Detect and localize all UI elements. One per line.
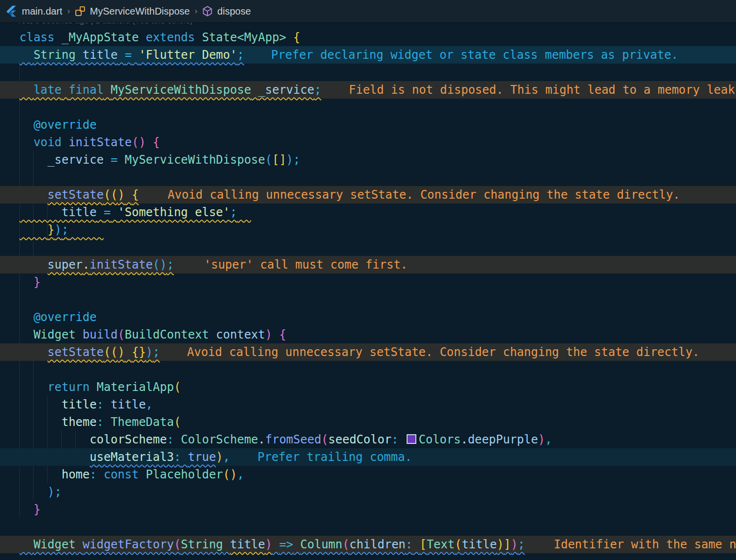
code-token: extends <box>146 31 195 44</box>
code-token: = <box>111 153 118 167</box>
code-token <box>54 31 61 44</box>
code-line[interactable]: setState(() {Avoid calling unnecessary s… <box>0 186 736 204</box>
code-token: setState <box>48 188 104 202</box>
code-line[interactable] <box>0 291 736 308</box>
code-token <box>62 83 68 97</box>
code-token: : <box>406 538 412 551</box>
code-line[interactable]: super.initState();'super' call must come… <box>0 256 736 273</box>
code-line[interactable]: @override <box>0 308 736 326</box>
code-line[interactable]: theme: ThemeData( <box>0 413 736 431</box>
code-token: seedColor <box>328 433 392 446</box>
code-token: ) <box>216 450 223 464</box>
code-token: {} <box>132 345 146 359</box>
code-token <box>19 83 34 97</box>
breadcrumb-class[interactable]: MyServiceWithDispose <box>90 6 190 17</box>
code-token: MaterialApp <box>97 380 174 394</box>
code-token <box>272 328 279 341</box>
code-token <box>181 450 188 464</box>
code-token: _service <box>48 153 104 167</box>
code-token: useMaterial3 <box>90 450 174 464</box>
code-token <box>19 328 34 341</box>
code-token <box>62 136 68 149</box>
code-line-text: class _MyAppState extends State<MyApp> { <box>19 29 300 46</box>
code-token: [] <box>272 153 286 167</box>
code-line-text: setState(() {}); <box>19 343 160 361</box>
code-line[interactable] <box>0 64 736 81</box>
code-editor[interactable]: class _MyAppState extends State<MyApp> {… <box>0 0 736 560</box>
code-token: ; <box>153 345 160 359</box>
code-line[interactable]: Widget build(BuildContext context) { <box>0 326 736 343</box>
code-line[interactable]: title: title, <box>0 396 736 413</box>
code-token: _service <box>258 83 314 97</box>
code-token: : <box>97 415 103 429</box>
code-token: ) <box>286 153 293 167</box>
code-token: () <box>132 136 146 149</box>
code-token <box>139 468 146 481</box>
code-token: ; <box>293 153 300 167</box>
code-token: . <box>258 433 265 446</box>
code-line[interactable] <box>0 99 736 116</box>
code-token: , <box>223 450 230 464</box>
code-line-text: colorScheme: ColorScheme.fromSeed(seedCo… <box>19 431 552 448</box>
breadcrumb-member[interactable]: dispose <box>217 6 251 17</box>
code-token: @override <box>34 118 97 132</box>
inline-diagnostic-hint: 'super' call must come first. <box>204 256 408 273</box>
code-line[interactable]: useMaterial3: true),Prefer trailing comm… <box>0 448 736 466</box>
code-token: (( <box>103 345 118 359</box>
code-token: setState <box>48 345 104 359</box>
code-line-text: @override <box>19 116 97 134</box>
code-token: ) <box>54 223 61 237</box>
code-line[interactable]: class _MyAppState extends State<MyApp> { <box>0 29 736 46</box>
code-token: initState <box>90 258 153 272</box>
code-line[interactable]: @override <box>0 116 736 134</box>
code-line[interactable]: Widget widgetFactory(String title) => Co… <box>0 536 736 553</box>
code-token <box>19 310 34 324</box>
code-token: (( <box>103 188 118 202</box>
code-token <box>19 188 48 202</box>
code-line[interactable]: home: const Placeholder(), <box>0 466 736 483</box>
code-token: Widget <box>34 328 76 341</box>
code-line[interactable]: } <box>0 501 736 518</box>
code-token <box>19 468 62 481</box>
code-line[interactable]: _service = MyServiceWithDispose([]); <box>0 151 736 169</box>
code-line[interactable]: String title = 'Flutter Demo';Prefer dec… <box>0 46 736 64</box>
code-token <box>286 31 293 44</box>
code-token: ColorScheme <box>181 433 258 446</box>
color-preview-swatch[interactable] <box>407 434 416 444</box>
code-token: ) <box>118 188 124 202</box>
code-line[interactable]: ); <box>0 483 736 501</box>
code-token <box>19 415 62 429</box>
code-line[interactable] <box>0 518 736 536</box>
code-token <box>19 503 34 516</box>
code-line[interactable]: }); <box>0 221 736 238</box>
code-line[interactable]: setState(() {});Avoid calling unnecessar… <box>0 343 736 361</box>
code-line[interactable]: return MaterialApp( <box>0 378 736 396</box>
code-token: widgetFactory <box>83 538 174 551</box>
breadcrumb-file[interactable]: main.dart <box>22 6 62 17</box>
code-token: ) <box>118 345 124 359</box>
code-token: _MyAppState <box>62 31 139 44</box>
code-line[interactable]: late final MyServiceWithDispose _service… <box>0 81 736 99</box>
code-line[interactable]: title = 'Something else'; <box>0 204 736 221</box>
code-token: true <box>188 450 216 464</box>
code-token: void <box>34 136 62 149</box>
code-token <box>97 205 103 219</box>
code-token <box>146 136 153 149</box>
code-line[interactable] <box>0 169 736 186</box>
code-line[interactable] <box>0 361 736 378</box>
code-token <box>19 380 48 394</box>
code-token: () <box>153 258 167 272</box>
code-token <box>19 485 48 499</box>
code-line-text: ); <box>19 483 62 501</box>
code-line[interactable]: void initState() { <box>0 134 736 151</box>
code-line[interactable]: colorScheme: ColorScheme.fromSeed(seedCo… <box>0 431 736 448</box>
code-token <box>223 538 230 551</box>
code-token: Widget <box>34 538 76 551</box>
code-line[interactable] <box>0 238 736 256</box>
code-token: colorScheme <box>90 433 167 446</box>
code-token: class <box>19 31 54 44</box>
code-token: MyServiceWithDispose <box>111 83 251 97</box>
code-token: ) <box>265 538 272 551</box>
code-line-text: home: const Placeholder(), <box>19 466 244 483</box>
code-line[interactable]: } <box>0 273 736 291</box>
